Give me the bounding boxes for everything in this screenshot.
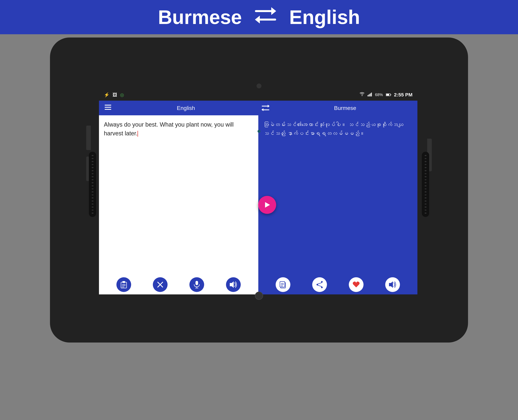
speaker-right (422, 152, 429, 217)
speaker-hole (92, 167, 93, 168)
tts-output-button[interactable] (385, 277, 400, 292)
svg-rect-11 (386, 94, 389, 96)
tts-input-button[interactable] (226, 277, 241, 292)
speaker-hole (92, 161, 93, 162)
source-lang-label[interactable]: English (114, 105, 258, 111)
svg-rect-20 (123, 281, 125, 283)
speaker-hole (92, 155, 93, 156)
speaker-hole (425, 188, 426, 189)
svg-rect-12 (105, 105, 111, 105)
speaker-hole (92, 201, 93, 202)
svg-rect-17 (263, 109, 269, 110)
favorite-button[interactable] (349, 277, 363, 292)
battery-percent: 68% (375, 92, 383, 97)
speaker-hole (425, 155, 426, 156)
banner-source-lang[interactable]: Burmese (158, 6, 242, 28)
speaker-hole (425, 207, 426, 208)
translate-button[interactable] (258, 196, 276, 214)
svg-point-35 (321, 281, 323, 283)
speaker-hole (425, 176, 426, 177)
svg-marker-1 (271, 7, 276, 15)
speaker-hole (425, 170, 426, 171)
speaker-hole (425, 195, 426, 195)
svg-marker-29 (230, 281, 234, 288)
svg-rect-6 (369, 94, 370, 96)
swap-languages-button[interactable] (258, 105, 273, 111)
clipboard-button[interactable] (116, 277, 131, 292)
speaker-hole (92, 212, 93, 214)
svg-marker-40 (389, 281, 393, 288)
status-right-icons: 68% 2:55 PM (359, 92, 412, 98)
battery-icon (386, 92, 391, 97)
speaker-hole (92, 197, 93, 198)
speaker-hole (425, 210, 426, 211)
target-lang-label[interactable]: Burmese (273, 105, 417, 111)
speaker-hole (92, 210, 93, 211)
copy-button[interactable] (276, 277, 290, 292)
svg-rect-2 (257, 19, 276, 21)
svg-rect-0 (255, 10, 274, 12)
svg-marker-3 (255, 16, 260, 23)
status-time: 2:55 PM (394, 92, 412, 98)
svg-rect-22 (122, 285, 126, 286)
input-action-buttons (99, 275, 258, 294)
svg-line-39 (317, 285, 322, 287)
clear-button[interactable] (153, 277, 168, 292)
svg-rect-14 (105, 109, 111, 110)
speaker-hole (425, 161, 426, 162)
svg-rect-34 (281, 286, 283, 286)
speaker-hole (92, 207, 93, 208)
translation-wrapper: Always do your best. What you plant now,… (99, 115, 417, 294)
svg-rect-13 (105, 107, 111, 108)
speaker-hole (92, 164, 93, 165)
speaker-hole (425, 182, 426, 183)
svg-marker-18 (262, 108, 263, 111)
wifi-icon (359, 92, 365, 98)
front-camera (256, 83, 262, 88)
speaker-hole (92, 158, 93, 159)
mic-button[interactable] (189, 277, 204, 292)
speaker-hole (92, 203, 93, 205)
speaker-hole (425, 158, 426, 159)
speaker-hole (92, 188, 93, 189)
speaker-hole (425, 203, 426, 205)
svg-rect-10 (390, 94, 391, 95)
speaker-hole (425, 212, 426, 214)
svg-line-38 (317, 283, 322, 284)
location-icon: ◎ (120, 92, 124, 98)
svg-marker-41 (265, 202, 270, 208)
speaker-hole (92, 185, 93, 187)
usb-icon: ⚡ (104, 92, 109, 98)
text-cursor (138, 131, 138, 137)
tablet-device: ⚡ 🖼 ◎ 68% (50, 38, 468, 343)
share-button[interactable] (312, 277, 327, 292)
svg-marker-16 (268, 105, 270, 107)
speaker-hole (425, 201, 426, 202)
camera-lens (257, 130, 261, 133)
speaker-hole (92, 176, 93, 177)
svg-rect-15 (262, 106, 268, 106)
home-button[interactable] (255, 292, 263, 300)
input-text-display[interactable]: Always do your best. What you plant now,… (99, 115, 258, 275)
banner-target-lang[interactable]: English (289, 6, 360, 28)
banner-swap-icon[interactable] (255, 7, 276, 28)
input-panel: Always do your best. What you plant now,… (99, 115, 258, 294)
svg-rect-26 (195, 281, 198, 285)
speaker-left (89, 152, 96, 217)
menu-button[interactable] (99, 105, 114, 111)
speaker-hole (92, 173, 93, 174)
output-action-buttons (258, 275, 417, 294)
volume-up-button[interactable] (86, 126, 91, 150)
speaker-hole (425, 191, 426, 193)
svg-rect-21 (122, 284, 126, 285)
output-text-display: အမြဲတမ်းသင်၏အကောင်းဆုံးလုပ်ပါ။ သင်သည်ယခု… (258, 115, 417, 275)
speaker-hole (92, 191, 93, 193)
output-panel: အမြဲတမ်းသင်၏အကောင်းဆုံးလုပ်ပါ။ သင်သည်ယခု… (258, 115, 417, 294)
svg-rect-23 (122, 287, 124, 287)
signal-icon (368, 92, 372, 98)
app-toolbar: English Burmese (99, 101, 417, 115)
svg-point-36 (321, 287, 323, 288)
speaker-hole (425, 164, 426, 165)
status-bar: ⚡ 🖼 ◎ 68% (99, 89, 417, 101)
speaker-hole (425, 167, 426, 168)
